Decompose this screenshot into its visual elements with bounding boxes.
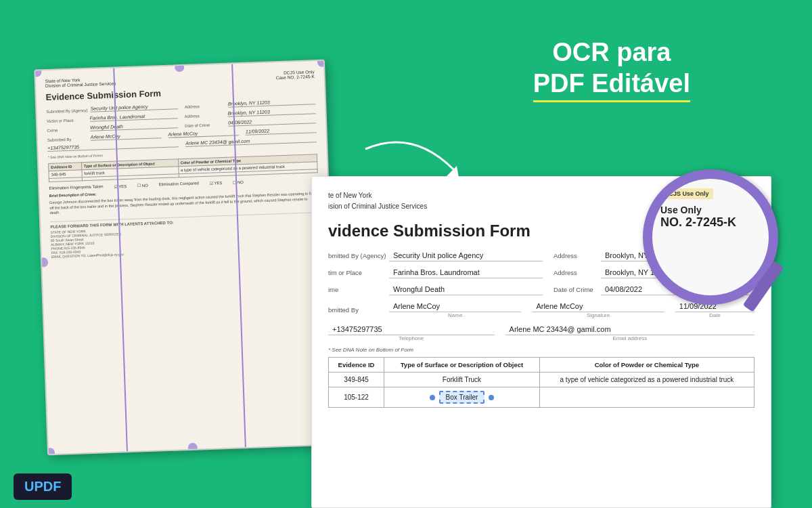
- clean-submitted-label: bmitted By (Agency): [328, 252, 389, 259]
- clean-tel-row: +13475297735 Telephone Arlene MC 23434@ …: [328, 324, 754, 341]
- table-header-row: Evidence ID Type of Surface or Descripti…: [329, 358, 754, 373]
- scanned-victim-value: Farinha Bros. Laundromat: [90, 112, 178, 122]
- clean-agency-info: te of New York ision of Criminal Justice…: [328, 190, 427, 212]
- ocr-title-line2: PDF Editável: [533, 68, 690, 103]
- scanned-footer: PLEASE FORWARD THIS FORM WITH LATENTS AT…: [50, 212, 321, 259]
- clean-submittedby2-value: Arlene McCoy: [389, 301, 521, 312]
- clean-crime-label: ime: [328, 286, 389, 293]
- ocr-title-line1: OCR para: [552, 38, 671, 66]
- magnifier-dcjs-label: DCJS Use Only: [660, 188, 713, 199]
- clean-evidence-id-1: 349-845: [329, 373, 384, 387]
- scanned-document: State of New York Division of Criminal J…: [34, 60, 338, 456]
- scanned-signature-value: Arlene McCoy: [168, 129, 239, 138]
- scanned-submittedby2-label: Submitted By: [47, 137, 88, 142]
- ocr-title: OCR para PDF Editável: [533, 37, 690, 102]
- box-handle-left: [430, 395, 435, 400]
- scanned-address2-value: Brooklyn, NY 11203: [227, 108, 315, 117]
- clean-telephone-sub: Telephone: [328, 335, 495, 341]
- updf-logo: UPDF: [14, 473, 72, 500]
- magnifier-case-no: NO. 2-7245-K: [660, 215, 761, 230]
- box-trailer-highlight: Box Trailer: [439, 391, 485, 404]
- clean-evidence-id-2: 105-122: [329, 387, 384, 408]
- table-row: 105-122 Box Trailer: [329, 387, 754, 408]
- clean-date-label: Date of Crime: [554, 286, 601, 293]
- scanned-date-value: 04/08/2022: [228, 117, 316, 127]
- arrow-icon: [359, 135, 467, 190]
- box-handle-right: [489, 395, 494, 400]
- clean-name-sub: Name: [389, 312, 521, 318]
- scanned-evidence-id2: [49, 177, 82, 182]
- clean-evidence-color-2: [539, 387, 754, 408]
- clean-table-header-type: Type of Surface or Description of Object: [384, 358, 540, 373]
- scanned-crime-value: Wrongful Death: [90, 122, 178, 131]
- clean-state: te of New York: [328, 190, 427, 201]
- clean-address2-label: Address: [554, 269, 601, 276]
- clean-address-label: Address: [554, 252, 601, 259]
- scanned-crime-label: Crime: [47, 127, 87, 133]
- clean-evidence-type-1: Forklift Truck: [384, 373, 540, 387]
- scanned-checkbox-label2: Elimination Compared: [159, 181, 199, 187]
- magnifier-use-only: Use Only: [660, 205, 761, 215]
- clean-evidence-color-1: a type of vehicle categorized as a power…: [539, 373, 754, 387]
- clean-table-header-color: Color of Powder or Chemical Type: [539, 358, 754, 373]
- scanned-email: Arlene MC 23434@ gamil.com: [185, 136, 317, 147]
- clean-email-sub: Email address: [505, 335, 754, 341]
- scanned-victim-label: Victim or Place: [47, 118, 87, 123]
- clean-evidence-type-2: Box Trailer: [384, 387, 540, 408]
- clean-crime-value: Wrongful Death: [389, 284, 543, 295]
- scanned-submittedby2-value: Arlene McCoy: [91, 132, 162, 141]
- clean-victim-value: Farinha Bros. Laundromat: [389, 267, 543, 278]
- magnifier-content: DCJS Use Only Use Only NO. 2-7245-K: [652, 179, 769, 239]
- scanned-doc-content: State of New York Division of Criminal J…: [35, 61, 330, 268]
- clean-submittedby2-label: bmitted By: [328, 306, 389, 314]
- clean-victim-label: tim or Place: [328, 269, 389, 276]
- clean-submitted-value: Security Unit police Agency: [389, 250, 543, 261]
- scanned-date-label: Date of Crime: [185, 123, 225, 128]
- scanned-address-label: Address: [185, 104, 225, 109]
- clean-telephone-value: +13475297735: [328, 324, 495, 335]
- scanned-address-value: Brooklyn, NY 11203: [228, 98, 316, 108]
- clean-email-value: Arlene MC 23434@ gamil.com: [505, 324, 754, 335]
- clean-division: ision of Criminal Justice Services: [328, 201, 427, 212]
- box-trailer-cell: Box Trailer: [390, 391, 534, 404]
- table-row: 349-845 Forklift Truck a type of vehicle…: [329, 373, 754, 387]
- scanned-checkbox-yes2: ☑ YES: [210, 180, 223, 186]
- scanned-checkbox-yes: ☑ YES: [114, 184, 127, 189]
- magnifier: DCJS Use Only Use Only NO. 2-7245-K: [643, 169, 792, 318]
- scanned-submitted-by-value: Security Unit police Agency: [90, 103, 178, 112]
- scanned-submitted-by-label: Submitted By (Agency): [46, 108, 88, 114]
- updf-logo-text: UPDF: [24, 479, 61, 494]
- scanned-checkbox-no2: ☐ NO: [233, 179, 244, 185]
- scanned-case-no: Case NO. 2-7245-K: [276, 74, 315, 80]
- clean-dna-note: * See DNA Note on Bottom of Form: [328, 347, 754, 353]
- scanned-telephone: +13475297735: [47, 141, 179, 152]
- scanned-date2-value: 11/09/2022: [246, 127, 317, 135]
- scanned-address2-label: Address: [185, 113, 225, 119]
- clean-table-header-id: Evidence ID: [329, 358, 384, 373]
- scanned-checkbox-no: ☐ NO: [137, 183, 148, 188]
- scanned-checkbox-label1: Elimination Fingerprints Taken: [49, 184, 103, 191]
- clean-evidence-table: Evidence ID Type of Surface or Descripti…: [328, 357, 754, 408]
